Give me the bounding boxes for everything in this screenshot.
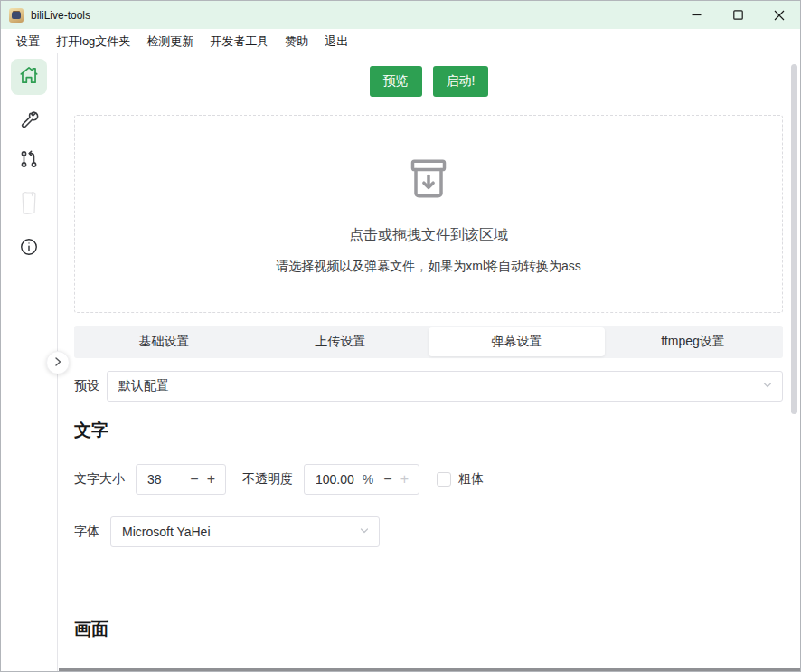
font-size-value: 38 [147,472,182,487]
minimize-button[interactable] [675,1,717,29]
section-divider [74,592,783,592]
bold-label: 粗体 [458,471,484,487]
opacity-value: 100.00 [316,472,357,487]
menu-settings[interactable]: 设置 [8,29,48,53]
menubar: 设置 打开log文件夹 检测更新 开发者工具 赞助 退出 [1,29,800,53]
menu-open-log-folder[interactable]: 打开log文件夹 [48,29,138,53]
app-body: 预览 启动! 点击或拖拽文件到该区域 请选择视频以及弹幕文件，如果为xml将自动… [1,53,800,671]
close-button[interactable] [759,1,800,29]
titlebar: biliLive-tools [1,1,800,29]
vertical-scrollbar-thumb[interactable] [791,64,797,414]
font-label: 字体 [74,524,99,540]
preset-select[interactable]: 默认配置 [107,371,783,402]
minus-icon[interactable]: − [190,472,198,487]
start-button[interactable]: 启动! [433,66,489,97]
chevron-down-icon [761,379,774,394]
section-title-canvas: 画面 [74,619,800,640]
preset-label: 预设 [74,378,99,394]
action-buttons: 预览 启动! [58,53,800,97]
opacity-label: 不透明度 [242,471,293,487]
sidebar-collapse-toggle[interactable] [46,351,70,374]
main-content: 预览 启动! 点击或拖拽文件到该区域 请选择视频以及弹幕文件，如果为xml将自动… [58,53,800,671]
font-size-label: 文字大小 [74,471,125,487]
font-size-input[interactable]: 38 − + [136,464,226,495]
chevron-down-icon [358,525,371,540]
sidebar-item-tools[interactable] [18,108,40,133]
font-select[interactable]: Microsoft YaHei [110,516,380,547]
font-row: 字体 Microsoft YaHei [74,516,783,547]
home-icon [17,63,41,90]
tab-danmu-settings[interactable]: 弹幕设置 [429,327,605,356]
sidebar-item-queue[interactable] [18,148,40,174]
minus-icon[interactable]: − [383,472,391,487]
maximize-button[interactable] [717,1,759,29]
section-title-text: 文字 [74,420,800,441]
dropzone-title: 点击或拖拽文件到该区域 [349,226,508,245]
horizontal-scrollbar[interactable] [59,668,800,671]
dropzone-subtitle: 请选择视频以及弹幕文件，如果为xml将自动转换为ass [276,259,581,275]
tab-basic-settings[interactable]: 基础设置 [76,327,252,356]
text-controls-row: 文字大小 38 − + 不透明度 100.00 % − + 粗体 [74,464,783,495]
app-icon [9,8,24,23]
chevron-right-icon [52,355,63,371]
info-icon [19,237,39,260]
bold-checkbox[interactable] [437,472,451,487]
app-window: biliLive-tools 设置 打开log文件夹 检测更新 开发者工具 赞助… [0,0,801,672]
settings-tabs: 基础设置 上传设置 弹幕设置 ffmpeg设置 [74,326,783,358]
file-dropzone[interactable]: 点击或拖拽文件到该区域 请选择视频以及弹幕文件，如果为xml将自动转换为ass [74,115,783,313]
plus-icon[interactable]: + [400,472,409,487]
sidebar-item-home[interactable] [11,59,47,95]
window-title: biliLive-tools [31,9,90,22]
wrench-icon [18,108,40,133]
window-controls [675,1,800,29]
opacity-input[interactable]: 100.00 % − + [304,464,419,495]
preset-select-value: 默认配置 [118,378,169,394]
archive-icon [403,154,454,208]
menu-exit[interactable]: 退出 [316,29,356,53]
sidebar-item-about[interactable] [19,237,39,260]
tab-upload-settings[interactable]: 上传设置 [252,327,429,356]
tab-ffmpeg-settings[interactable]: ffmpeg设置 [605,327,781,356]
menu-devtools[interactable]: 开发者工具 [202,29,277,53]
opacity-suffix: % [363,472,373,487]
menu-sponsor[interactable]: 赞助 [277,29,316,53]
preview-button[interactable]: 预览 [370,66,422,97]
font-select-value: Microsoft YaHei [122,525,211,539]
preset-row: 预设 默认配置 [74,371,783,402]
sidebar-item-clip[interactable] [15,189,42,222]
git-compare-icon [18,148,40,174]
menu-check-update[interactable]: 检测更新 [138,29,202,53]
clip-icon [15,189,42,222]
plus-icon[interactable]: + [207,472,215,487]
